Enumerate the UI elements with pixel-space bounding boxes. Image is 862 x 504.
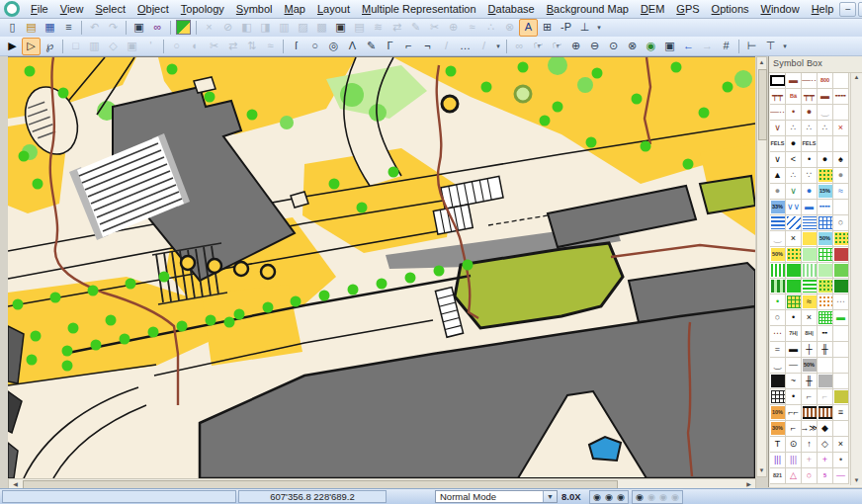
minimize-button[interactable]: – xyxy=(839,2,856,17)
menu-symbol[interactable]: Symbol xyxy=(230,2,279,16)
wave-icon[interactable]: ≈ xyxy=(463,19,481,37)
symbol-cell[interactable] xyxy=(802,247,818,263)
toolbar-overflow-icon[interactable]: ▾ xyxy=(594,19,604,37)
symbol-cell[interactable]: 8H| xyxy=(802,326,818,342)
symbol-cell[interactable]: ⌐ xyxy=(802,389,818,405)
ruler-h-icon[interactable]: ⊢ xyxy=(742,38,761,55)
menu-dem[interactable]: DEM xyxy=(635,2,670,16)
edit-text-icon[interactable]: ✎ xyxy=(406,19,425,37)
rotate-object-icon[interactable]: ◇ xyxy=(104,38,123,55)
symbol-cell[interactable] xyxy=(833,73,849,89)
symbol-cell[interactable]: ≈ xyxy=(833,184,849,200)
symbol-cell[interactable]: — xyxy=(786,358,802,374)
symbol-cell[interactable]: ▲ xyxy=(770,168,786,184)
dot-fill-icon[interactable]: ∴ xyxy=(481,19,500,37)
symbol-cell[interactable]: ╍ xyxy=(818,326,833,342)
symbol-cell[interactable] xyxy=(802,231,818,247)
ruler-v-icon[interactable]: ⊤ xyxy=(761,38,780,55)
symbol-cell[interactable] xyxy=(802,215,818,231)
pan-hand-icon[interactable]: ☞ xyxy=(529,38,548,55)
cut-hole-icon[interactable]: ✂ xyxy=(205,38,223,55)
symbol-cell[interactable] xyxy=(770,389,786,405)
symbol-cell[interactable] xyxy=(833,279,849,294)
symbol-cell[interactable] xyxy=(818,310,833,326)
mode-dropdown[interactable]: Normal Mode ▼ xyxy=(435,490,558,503)
symbol-cell[interactable]: ⌐ xyxy=(818,389,833,405)
mirror-v-icon[interactable]: ⇅ xyxy=(242,38,261,55)
symbol-cell[interactable]: —·· xyxy=(802,73,818,89)
symbol-cell[interactable]: ⌐⌐ xyxy=(786,405,802,421)
print-icon[interactable]: ≡ xyxy=(59,19,78,37)
merge-icon[interactable]: ⊕ xyxy=(444,19,463,37)
symbol-cell[interactable]: 7H| xyxy=(786,326,802,342)
symbol-cell[interactable] xyxy=(786,215,802,231)
symbol-cell[interactable]: ● xyxy=(818,152,833,168)
symbol-cell[interactable] xyxy=(833,326,849,342)
symbol-cell[interactable] xyxy=(833,374,849,389)
symbol-cell[interactable] xyxy=(833,263,849,279)
symbol-box-scrollbar[interactable]: ▲ ▼ xyxy=(850,73,862,485)
symbol-cell[interactable]: ○ xyxy=(802,468,818,484)
dash-mode-icon[interactable]: … xyxy=(456,38,474,55)
symbol-cell[interactable]: ▬ xyxy=(833,310,849,326)
symbol-cell[interactable]: ▬ xyxy=(786,73,802,89)
mark-icon[interactable]: ' xyxy=(141,38,160,55)
select-symbol-tool-icon[interactable]: A xyxy=(519,19,538,37)
symbol-cell[interactable]: ╫ xyxy=(818,342,833,358)
fill-mode-icon[interactable]: ▥ xyxy=(275,19,294,37)
symbol-cell[interactable]: ◇ xyxy=(818,437,833,453)
view-eye-icon[interactable]: ◉ xyxy=(591,491,603,503)
view-eye-icon[interactable]: ◉ xyxy=(646,491,657,503)
symbol-cell[interactable] xyxy=(833,421,849,437)
pin-icon[interactable]: -P xyxy=(557,19,575,37)
symbol-cell[interactable] xyxy=(818,136,833,152)
symbol-cell[interactable]: — xyxy=(833,468,849,484)
symbol-cell[interactable] xyxy=(833,389,849,405)
symbol-cell[interactable]: < xyxy=(786,152,802,168)
edit-point-icon[interactable]: ▷ xyxy=(22,38,41,55)
symbol-cell[interactable]: T xyxy=(770,437,786,453)
view-eye-icon[interactable]: ◉ xyxy=(657,491,669,503)
symbol-cell[interactable]: 50% xyxy=(818,231,833,247)
to-front-icon[interactable]: ◧ xyxy=(237,19,256,37)
pattern-mode-icon[interactable]: ▩ xyxy=(312,19,331,37)
symbol-cell[interactable]: ⋯ xyxy=(833,294,849,310)
symbol-cell[interactable]: ∴ xyxy=(802,121,818,136)
zoom-window-icon[interactable]: ▣ xyxy=(660,38,679,55)
corner-point-icon[interactable]: Γ xyxy=(381,38,399,55)
symbol-cell[interactable] xyxy=(818,374,833,389)
symbol-cell[interactable]: × xyxy=(802,310,818,326)
dash-point-icon[interactable]: ⌐ xyxy=(399,38,418,55)
select-object-icon[interactable]: ▶ xyxy=(3,38,22,55)
symbol-cell[interactable] xyxy=(770,279,786,294)
symbol-cell[interactable]: + xyxy=(802,453,818,468)
stretch-icon[interactable]: ▣ xyxy=(123,38,141,55)
map-canvas[interactable] xyxy=(8,56,755,478)
symbol-cell[interactable]: FELS xyxy=(770,136,786,152)
symbol-cell[interactable]: ○ xyxy=(833,215,849,231)
symbol-cell[interactable]: ∴ xyxy=(786,121,802,136)
symbol-cell[interactable]: ∨ xyxy=(770,121,786,136)
symbol-cell[interactable]: • xyxy=(802,152,818,168)
symbol-cell[interactable] xyxy=(833,200,849,215)
symbol-cell[interactable]: • xyxy=(786,105,802,121)
symbol-scroll-down-icon[interactable]: ▼ xyxy=(852,476,861,485)
symbol-cell[interactable]: ▬ xyxy=(786,342,802,358)
zoom-in-icon[interactable]: ⊕ xyxy=(566,38,585,55)
symbol-cell[interactable]: ╫ xyxy=(802,374,818,389)
symbol-cell[interactable] xyxy=(818,405,833,421)
slope-line-icon[interactable]: / xyxy=(474,38,493,55)
symbol-cell[interactable] xyxy=(833,105,849,121)
symbol-cell[interactable]: 800 xyxy=(818,73,833,89)
perpendicular-icon[interactable]: ⊥ xyxy=(575,19,594,37)
menu-select[interactable]: Select xyxy=(89,2,131,16)
symbol-cell[interactable]: △ xyxy=(786,468,802,484)
draw-overflow-icon[interactable]: ▾ xyxy=(493,38,503,55)
symbol-cell[interactable]: ≡ xyxy=(833,405,849,421)
symbol-cell[interactable]: ~ xyxy=(786,374,802,389)
symbol-cell[interactable]: →≫ xyxy=(802,421,818,437)
normal-point-icon[interactable]: ¬ xyxy=(418,38,437,55)
symbol-cell[interactable]: ‿ xyxy=(818,105,833,121)
chevron-down-icon[interactable]: ▼ xyxy=(543,491,557,502)
draw-circle-icon[interactable]: ◎ xyxy=(324,38,343,55)
